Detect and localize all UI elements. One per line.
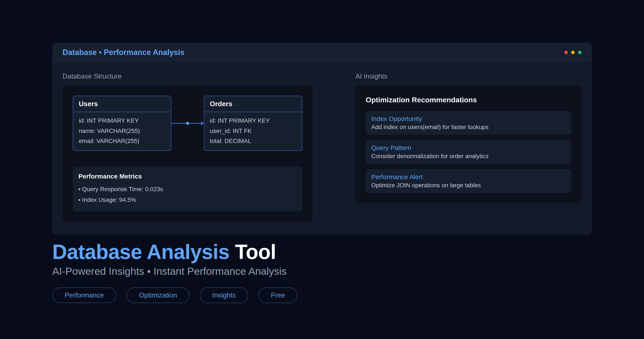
page-title: Database Analysis Tool (52, 240, 592, 264)
panel-title: Database Structure (62, 72, 312, 80)
table-column: user_id: INT FK (210, 126, 296, 136)
panel-ai-insights: AI Insights Optimization Recommendations… (356, 72, 582, 222)
connector-dot-icon (186, 122, 189, 125)
db-table-users: Users id: INT PRIMARY KEY name: VARCHAR(… (73, 96, 171, 151)
tag-optimization[interactable]: Optimization (126, 288, 190, 303)
table-column: name: VARCHAR(255) (79, 126, 165, 136)
page-title-accent: Database Analysis (52, 240, 230, 263)
panel-database-structure: Database Structure Users id: INT PRIMARY… (62, 72, 312, 222)
table-columns: id: INT PRIMARY KEY user_id: INT FK tota… (204, 112, 302, 150)
page-title-plain: Tool (230, 240, 276, 263)
recommendation-desc: Consider denormalization for order analy… (371, 153, 566, 160)
recommendation-item: Query Pattern Consider denormalization f… (366, 140, 571, 164)
table-column: email: VARCHAR(255) (79, 136, 165, 146)
tag-free[interactable]: Free (258, 288, 298, 303)
page-subtitle: AI-Powered Insights • Instant Performanc… (52, 265, 592, 277)
table-columns: id: INT PRIMARY KEY name: VARCHAR(255) e… (73, 112, 171, 150)
recommendation-title: Query Pattern (371, 144, 566, 152)
relation-connector (171, 123, 204, 124)
minimize-icon[interactable] (571, 51, 575, 54)
arrow-right-icon (201, 121, 204, 125)
panel-body: Optimization Recommendations Index Oppor… (356, 85, 582, 203)
table-column: id: INT PRIMARY KEY (210, 116, 296, 126)
recommendation-title: Index Opportunity (371, 115, 566, 122)
titlebar: Database • Performance Analysis (52, 43, 592, 62)
maximize-icon[interactable] (578, 51, 582, 54)
panel-body: Users id: INT PRIMARY KEY name: VARCHAR(… (62, 85, 312, 222)
tables-row: Users id: INT PRIMARY KEY name: VARCHAR(… (73, 96, 302, 151)
db-table-orders: Orders id: INT PRIMARY KEY user_id: INT … (204, 96, 302, 151)
tag-performance[interactable]: Performance (52, 288, 116, 303)
breadcrumb: Database • Performance Analysis (62, 48, 184, 57)
recommendation-item: Index Opportunity Add index on users(ema… (366, 111, 571, 135)
metrics-title: Performance Metrics (78, 173, 297, 180)
close-icon[interactable] (564, 51, 568, 54)
panel-title: AI Insights (356, 72, 582, 80)
metric-item: • Index Usage: 94.5% (78, 195, 297, 205)
table-name: Users (73, 96, 171, 112)
table-column: total: DECIMAL (210, 136, 296, 146)
tag-insights[interactable]: Insights (200, 288, 248, 303)
recommendation-item: Performance Alert Optimize JOIN operatio… (366, 169, 571, 193)
recommendations-title: Optimization Recommendations (366, 96, 571, 104)
window-controls (564, 51, 582, 54)
recommendation-title: Performance Alert (371, 173, 566, 181)
table-name: Orders (204, 96, 302, 112)
table-column: id: INT PRIMARY KEY (79, 116, 165, 126)
recommendation-desc: Optimize JOIN operations on large tables (371, 182, 566, 189)
metrics-card: Performance Metrics • Query Response Tim… (73, 167, 302, 211)
recommendation-desc: Add index on users(email) for faster loo… (371, 124, 566, 131)
metric-item: • Query Response Time: 0.023s (78, 184, 297, 195)
tag-row: Performance Optimization Insights Free (52, 288, 592, 303)
app-window: Database • Performance Analysis Database… (52, 43, 592, 235)
